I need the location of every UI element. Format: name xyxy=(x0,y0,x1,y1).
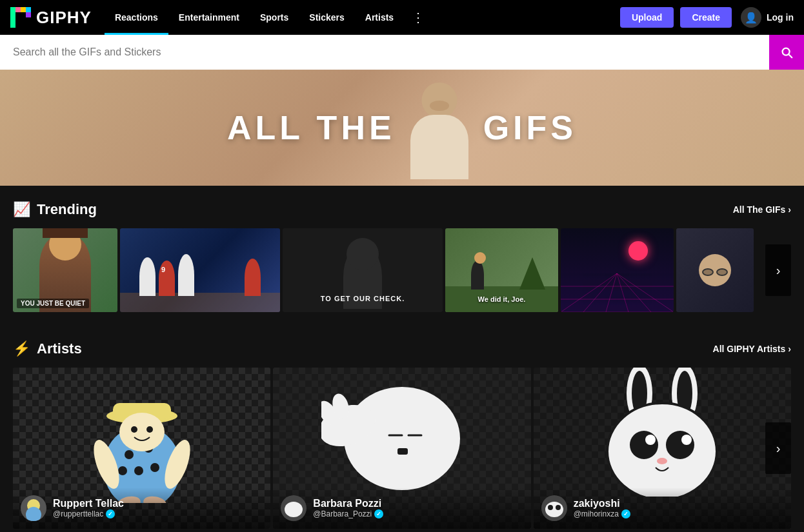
trending-gif-2[interactable]: 9 xyxy=(120,228,280,312)
artist-text-3: zakiyoshi @mihorinxza ✓ xyxy=(574,498,630,518)
trending-gif-row-container: YOU JUST BE QUIET 9 xyxy=(0,228,804,312)
upload-button[interactable]: Upload xyxy=(620,7,674,28)
artists-carousel-next[interactable]: › xyxy=(765,422,791,474)
search-icon xyxy=(779,45,794,59)
nav-stickers[interactable]: Stickers xyxy=(299,0,354,35)
svg-point-24 xyxy=(131,426,137,433)
search-button[interactable] xyxy=(769,35,804,70)
hero-banner: ALL THE GIFS xyxy=(0,70,804,186)
trending-gif-5[interactable] xyxy=(561,228,674,312)
svg-line-9 xyxy=(617,273,628,312)
nav-artists[interactable]: Artists xyxy=(355,0,404,35)
login-label: Log in xyxy=(767,12,794,23)
artists-row: Ruppert Tellac @rupperttellac ✓ xyxy=(0,368,804,529)
zakiyoshi-character xyxy=(591,368,733,497)
artist-name-2: Barbara Pozzi xyxy=(313,498,383,509)
nav-sports[interactable]: Sports xyxy=(250,0,299,35)
svg-point-56 xyxy=(556,505,561,510)
artists-title-text: Artists xyxy=(37,340,82,357)
artists-title: ⚡ Artists xyxy=(13,340,82,357)
artist-info-1: Ruppert Tellac @rupperttellac ✓ xyxy=(13,488,270,529)
svg-rect-2 xyxy=(21,7,26,12)
svg-point-52 xyxy=(657,458,667,464)
trending-title: 📈 Trending xyxy=(13,201,97,218)
trending-carousel-next[interactable]: › xyxy=(765,244,791,296)
trending-gif-row: YOU JUST BE QUIET 9 xyxy=(0,228,804,312)
verified-badge-3: ✓ xyxy=(621,509,630,518)
trending-all-chevron: › xyxy=(788,204,791,215)
svg-line-10 xyxy=(617,273,651,312)
svg-point-21 xyxy=(118,466,127,475)
verified-badge-1: ✓ xyxy=(106,509,115,518)
logo[interactable]: GIPHY xyxy=(10,7,92,28)
artists-header: ⚡ Artists All GIPHY Artists › xyxy=(0,340,804,368)
trending-all-label: All The GIFs xyxy=(733,204,786,215)
trending-icon: 📈 xyxy=(13,201,30,218)
artist-item-1[interactable]: Ruppert Tellac @rupperttellac ✓ xyxy=(13,368,270,529)
svg-line-6 xyxy=(561,273,617,312)
svg-point-54 xyxy=(545,502,563,517)
ruppert-character xyxy=(77,374,206,503)
svg-point-20 xyxy=(134,466,143,475)
trending-gif-1[interactable]: YOU JUST BE QUIET xyxy=(13,228,117,312)
nav-links: Reactions Entertainment Sports Stickers … xyxy=(105,0,620,35)
artist-item-3[interactable]: zakiyoshi @mihorinxza ✓ xyxy=(534,368,791,529)
artists-all-link[interactable]: All GIPHY Artists › xyxy=(713,344,791,354)
trending-gif-4-label: We did it, Joe. xyxy=(445,295,558,303)
svg-rect-3 xyxy=(26,7,31,12)
logo-text: GIPHY xyxy=(36,8,92,28)
svg-line-7 xyxy=(583,273,617,312)
artist-handle-2: @Barbara_Pozzi ✓ xyxy=(313,509,383,518)
artist-info-2: Barbara Pozzi @Barbara_Pozzi ✓ xyxy=(273,488,530,529)
trending-gif-4[interactable]: We did it, Joe. xyxy=(445,228,558,312)
nav-entertainment[interactable]: Entertainment xyxy=(168,0,250,35)
artist-handle-3: @mihorinxza ✓ xyxy=(574,509,630,518)
svg-point-48 xyxy=(630,431,658,459)
artist-handle-1: @rupperttellac ✓ xyxy=(53,509,124,518)
svg-rect-0 xyxy=(10,7,15,12)
svg-point-51 xyxy=(681,435,692,445)
nav-more-icon[interactable]: ⋮ xyxy=(404,0,432,35)
artist-item-2[interactable]: Barbara Pozzi @Barbara_Pozzi ✓ xyxy=(273,368,530,529)
navigation: GIPHY Reactions Entertainment Sports Sti… xyxy=(0,0,804,35)
artists-all-chevron: › xyxy=(788,344,791,354)
hero-text-left: ALL THE xyxy=(227,108,396,147)
barbara-character xyxy=(321,368,483,497)
trending-header: 📈 Trending All The GIFs › xyxy=(0,201,804,228)
verified-badge-2: ✓ xyxy=(374,509,383,518)
artist-name-3: zakiyoshi xyxy=(574,498,630,509)
svg-rect-4 xyxy=(10,12,15,28)
svg-point-25 xyxy=(146,426,153,433)
artist-avatar-3 xyxy=(541,495,567,521)
user-area[interactable]: 👤 Log in xyxy=(741,7,794,28)
svg-point-49 xyxy=(666,431,694,459)
hero-person xyxy=(401,76,478,179)
artists-section: ⚡ Artists All GIPHY Artists › xyxy=(0,325,804,529)
artists-row-container: Ruppert Tellac @rupperttellac ✓ xyxy=(0,368,804,529)
svg-rect-5 xyxy=(26,12,31,17)
artists-all-label: All GIPHY Artists xyxy=(713,344,786,354)
trending-title-text: Trending xyxy=(37,201,97,218)
svg-point-55 xyxy=(548,505,553,510)
svg-rect-1 xyxy=(15,7,21,12)
artists-icon: ⚡ xyxy=(13,340,30,357)
svg-point-23 xyxy=(119,413,165,451)
svg-line-11 xyxy=(617,273,674,312)
search-bar xyxy=(0,35,804,70)
svg-point-18 xyxy=(125,450,134,459)
artist-text-2: Barbara Pozzi @Barbara_Pozzi ✓ xyxy=(313,498,383,518)
svg-point-41 xyxy=(285,502,303,517)
hero-text-right: GIFS xyxy=(483,108,577,147)
trending-gif-3[interactable]: TO GET OUR CHECK. xyxy=(283,228,443,312)
trending-gif-6[interactable] xyxy=(676,228,754,312)
search-input[interactable] xyxy=(0,35,769,70)
create-button[interactable]: Create xyxy=(680,7,732,28)
artist-avatar-2 xyxy=(281,495,307,521)
user-icon: 👤 xyxy=(741,7,761,28)
artist-info-3: zakiyoshi @mihorinxza ✓ xyxy=(534,488,791,529)
trending-all-link[interactable]: All The GIFs › xyxy=(733,204,791,215)
svg-point-22 xyxy=(150,463,159,472)
nav-reactions[interactable]: Reactions xyxy=(105,0,168,35)
trending-gif-1-label: YOU JUST BE QUIET xyxy=(17,299,89,308)
svg-line-8 xyxy=(606,273,617,312)
